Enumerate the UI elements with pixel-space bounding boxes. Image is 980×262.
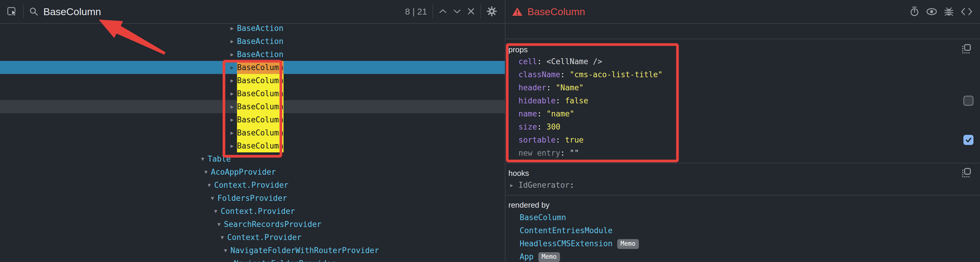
owner-link[interactable]: App <box>520 252 534 261</box>
tree-row[interactable]: ▾Context.Provider <box>0 204 505 218</box>
component-name[interactable]: AcoAppProvider <box>211 165 276 179</box>
prop-key: sortable <box>519 136 555 144</box>
prop-value[interactable]: "" <box>570 149 579 157</box>
tree-row[interactable]: ▾AcoAppProvider <box>0 165 505 179</box>
chevron-down-icon[interactable]: ▾ <box>227 257 231 262</box>
checkbox-unchecked[interactable] <box>963 96 974 106</box>
tree-row[interactable]: ▸BaseColumn <box>0 126 505 139</box>
tree-row[interactable]: ▸BaseColumn <box>0 139 505 152</box>
component-name[interactable]: SearchRecordsProvider <box>224 218 321 231</box>
view-source-button[interactable] <box>961 8 973 17</box>
inspect-dom-button[interactable] <box>926 8 937 17</box>
tree-row[interactable]: ▾NavigateFolderProvider <box>0 257 505 262</box>
prop-value[interactable]: true <box>565 136 584 144</box>
owner-link[interactable]: ContentEntriesModule <box>520 226 612 235</box>
chevron-down-icon[interactable]: ▾ <box>214 204 217 218</box>
tree-row[interactable]: ▸BaseColumn <box>0 74 505 87</box>
component-name[interactable]: Context.Provider <box>227 231 301 244</box>
rendered-by-item[interactable]: ContentEntriesModule <box>520 224 612 237</box>
component-name[interactable]: BaseAction <box>237 35 283 48</box>
prop-value[interactable]: 300 <box>546 122 560 131</box>
chevron-down-icon[interactable]: ▾ <box>221 231 224 244</box>
search-icon <box>29 7 38 16</box>
owner-link[interactable]: HeadlessCMSExtension <box>520 239 612 248</box>
component-name[interactable]: NavigateFolderWithRouterProvider <box>231 244 379 257</box>
component-name[interactable]: BaseColumn <box>237 61 283 74</box>
clear-search-button[interactable] <box>467 7 475 16</box>
suspense-toggle-button[interactable] <box>909 6 920 18</box>
prop-colon: : <box>555 136 560 144</box>
component-name[interactable]: BaseColumn <box>237 74 283 87</box>
selected-component-title: BaseColumn <box>527 6 585 18</box>
previous-match-button[interactable] <box>438 8 447 15</box>
next-match-button[interactable] <box>453 8 461 15</box>
component-name[interactable]: NavigateFolderProvider <box>234 257 336 262</box>
tree-row[interactable]: ▾Table <box>0 152 505 165</box>
toolbar-divider <box>23 5 24 18</box>
close-icon <box>467 7 475 16</box>
chevron-down-icon[interactable]: ▾ <box>208 179 211 192</box>
component-name[interactable]: Context.Provider <box>221 204 295 218</box>
chevron-down-icon[interactable]: ▾ <box>211 192 214 204</box>
chevron-right-icon[interactable]: ▸ <box>231 48 234 61</box>
rendered-by-item[interactable]: BaseColumn <box>520 211 566 224</box>
chevron-down-icon[interactable]: ▾ <box>224 244 227 257</box>
prop-value[interactable]: "name" <box>546 109 574 118</box>
prop-key: size <box>519 122 537 131</box>
component-name[interactable]: BaseColumn <box>237 100 283 113</box>
chevron-down-icon[interactable]: ▾ <box>201 152 204 165</box>
tree-row[interactable]: ▸BaseColumn <box>0 61 505 74</box>
tree-row[interactable]: ▸BaseAction <box>0 35 505 48</box>
search-input[interactable] <box>43 6 402 18</box>
tree-row[interactable]: ▸BaseColumn <box>0 87 505 100</box>
tree-toolbar: 8 | 21 <box>0 0 505 24</box>
log-component-button[interactable] <box>944 6 954 18</box>
tree-row[interactable]: ▾FoldersProvider <box>0 192 505 204</box>
copy-props-button[interactable] <box>962 44 971 54</box>
search-results-count: 8 | 21 <box>405 6 427 17</box>
chevron-right-icon[interactable]: ▸ <box>510 179 513 192</box>
chevron-right-icon[interactable]: ▸ <box>231 126 234 139</box>
component-name[interactable]: BaseColumn <box>237 87 283 100</box>
chevron-right-icon[interactable]: ▸ <box>231 61 234 74</box>
tree-row[interactable]: ▾Context.Provider <box>0 231 505 244</box>
chevron-down-icon[interactable]: ▾ <box>204 165 208 179</box>
component-name[interactable]: BaseColumn <box>237 139 283 152</box>
owner-link[interactable]: BaseColumn <box>520 213 566 222</box>
checkmark-icon <box>964 136 972 144</box>
rendered-by-item[interactable]: AppMemo <box>520 250 560 262</box>
rendered-by-item[interactable]: HeadlessCMSExtensionMemo <box>520 237 639 250</box>
component-name[interactable]: BaseAction <box>237 48 283 61</box>
tree-row[interactable]: ▸BaseColumn <box>0 100 505 113</box>
prop-colon: : <box>560 149 565 157</box>
chevron-right-icon[interactable]: ▸ <box>231 100 234 113</box>
tree-row[interactable]: ▾NavigateFolderWithRouterProvider <box>0 244 505 257</box>
inspect-element-button[interactable] <box>6 6 18 18</box>
chevron-down-icon[interactable]: ▾ <box>217 218 221 231</box>
component-name[interactable]: Table <box>208 152 231 165</box>
chevron-right-icon[interactable]: ▸ <box>231 74 234 87</box>
tree-row[interactable]: ▸BaseColumn <box>0 113 505 126</box>
checkbox-checked[interactable] <box>963 135 974 145</box>
tree-row[interactable]: ▸BaseAction <box>0 48 505 61</box>
component-name[interactable]: BaseColumn <box>237 113 283 126</box>
prop-value[interactable]: "Name" <box>556 83 584 92</box>
tree-row[interactable]: ▾Context.Provider <box>0 179 505 192</box>
chevron-right-icon[interactable]: ▸ <box>231 113 234 126</box>
prop-row: size:300 <box>506 120 980 133</box>
chevron-right-icon[interactable]: ▸ <box>231 87 234 100</box>
hook-row[interactable]: ▸ IdGenerator: <box>506 179 980 192</box>
tree-row[interactable]: ▾SearchRecordsProvider <box>0 218 505 231</box>
prop-value[interactable]: "cms-aco-list-title" <box>570 70 663 79</box>
settings-button[interactable] <box>487 6 497 18</box>
chevron-right-icon[interactable]: ▸ <box>231 139 234 152</box>
component-name[interactable]: FoldersProvider <box>217 192 287 204</box>
prop-key: cell <box>519 57 537 66</box>
prop-value[interactable]: <CellName /> <box>546 57 602 66</box>
copy-hooks-button[interactable] <box>962 168 971 178</box>
rendered-by-section-label: rendered by <box>508 201 550 209</box>
component-name[interactable]: Context.Provider <box>214 179 288 192</box>
prop-value[interactable]: false <box>565 96 588 105</box>
chevron-right-icon[interactable]: ▸ <box>231 35 234 48</box>
component-name[interactable]: BaseColumn <box>237 126 283 139</box>
